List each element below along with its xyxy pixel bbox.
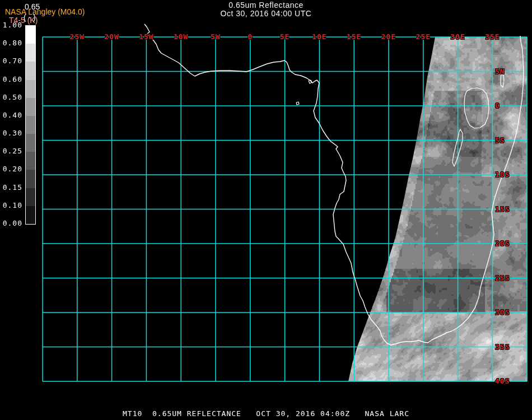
satellite-viewer: 0.65um Reflectance Oct 30, 2016 04:00 UT…: [0, 0, 532, 420]
longitude-label: 10E: [312, 33, 326, 41]
source-label: NASA Langley (M04.0): [5, 8, 85, 16]
latitude-label: 20S: [495, 240, 510, 248]
longitude-label: 30E: [450, 33, 465, 41]
colorbar-segment: [26, 44, 35, 62]
colorbar-tick-label: 0.25: [0, 147, 22, 155]
longitude-label: 10W: [174, 33, 188, 41]
colorbar-tick-label: 0.10: [0, 202, 22, 209]
latitude-label: 40S: [495, 377, 510, 385]
longitude-label: 20W: [104, 33, 119, 41]
longitude-label: 15W: [139, 33, 153, 41]
colorbar-segment: [26, 206, 35, 224]
coastline-overlay: [144, 24, 524, 345]
map-grid-and-coastlines: [0, 0, 532, 420]
colorbar-tick-label: 0.00: [0, 220, 22, 227]
latitude-label: 15S: [495, 206, 510, 213]
longitude-label: 35E: [485, 33, 500, 41]
latitude-label: 30S: [495, 309, 510, 316]
colorbar-tick-label: 0.20: [0, 165, 22, 173]
colorbar-segment: [26, 134, 35, 152]
longitude-label: 25W: [70, 33, 85, 41]
longitude-label: 20E: [381, 33, 396, 41]
colorbar-segment: [26, 116, 35, 134]
colorbar-tick-label: 1.00: [0, 21, 22, 29]
colorbar-segment: [26, 26, 35, 44]
colorbar-segment: [26, 188, 35, 206]
colorbar-tick-label: 0.15: [0, 184, 22, 192]
colorbar-segment: [26, 152, 35, 170]
latitude-label: 0: [495, 102, 500, 110]
reflectance-colorbar: [25, 25, 36, 225]
colorbar-segment: [26, 80, 35, 98]
colorbar-segment: [26, 170, 35, 188]
colorbar-segment: [26, 98, 35, 116]
longitude-label: 0: [248, 33, 253, 41]
colorbar-tick-label: 0.60: [0, 76, 22, 83]
longitude-label: 25E: [416, 33, 431, 41]
footer-status-text: MT10 0.65UM REFLECTANCE OCT 30, 2016 04:…: [0, 409, 532, 418]
latitude-label: 10S: [495, 171, 510, 179]
latitude-label: 35S: [495, 343, 510, 351]
colorbar-tick-label: 0.30: [0, 129, 22, 137]
colorbar-tick-label: 0.50: [0, 94, 22, 101]
colorbar-tick-label: 0.70: [0, 57, 22, 65]
latitude-label: 5N: [495, 68, 505, 76]
longitude-label: 15E: [347, 33, 361, 41]
colorbar-tick-label: 0.40: [0, 111, 22, 119]
latitude-label: 25S: [495, 274, 510, 282]
colorbar-segment: [26, 62, 35, 80]
colorbar-tick-label: 0.80: [0, 39, 22, 47]
longitude-label: 5W: [211, 33, 221, 41]
longitude-label: 5E: [280, 33, 290, 41]
latitude-label: 5S: [495, 137, 505, 144]
product-label: 0.65: [25, 3, 40, 11]
